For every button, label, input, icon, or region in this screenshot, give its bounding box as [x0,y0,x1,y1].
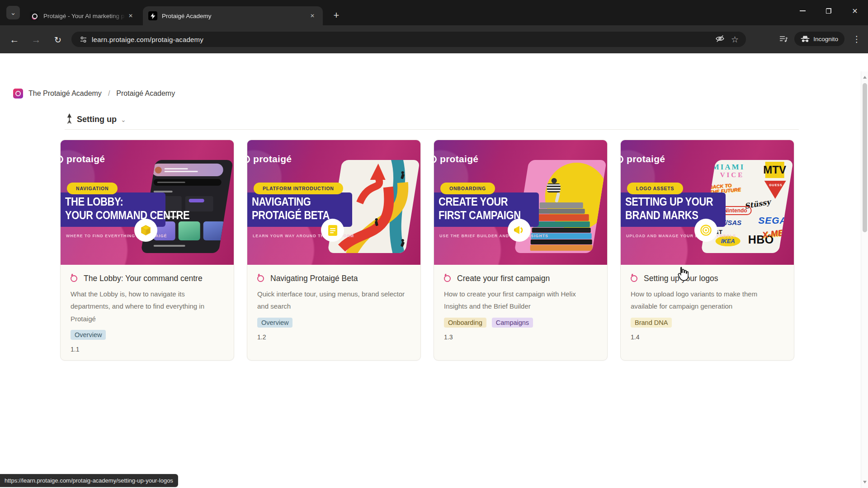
card-banner: protaigé ONBOARDING CREATE YOUR FIRST CA… [434,140,607,265]
tab-protaige-academy[interactable]: Protaigé Academy ✕ [143,6,323,25]
book-stripe [538,209,585,214]
tag-onboarding: Onboarding [444,318,486,328]
browser-toolbar: ← → ↻ learn.protaige.com/protaig-academy [0,25,868,53]
tag-brand-dna: Brand DNA [631,318,672,328]
section-divider [65,129,799,130]
banner-category-pill: PLATFORM INTRODUCTION [254,183,343,194]
page-scrollbar[interactable] [861,71,868,488]
browser-menu-icon[interactable]: ⋮ [851,34,863,44]
minimize-icon [800,10,806,11]
banner-brand-logo: protaigé [434,154,478,164]
reading-list-icon[interactable] [779,35,788,43]
reload-button[interactable]: ↻ [51,33,65,47]
card-title: Setting up your logos [644,274,718,283]
bookmark-star-icon[interactable]: ☆ [731,34,739,45]
breadcrumb-current-link[interactable]: Protaigé Academy [116,89,175,98]
link-status-bar: https://learn.protaige.com/protaig-acade… [0,474,178,487]
card-description: How to create your first campaign with H… [444,288,597,313]
incognito-badge[interactable]: Incognito [794,32,844,46]
section-header-setting-up[interactable]: Setting up ⌄ [66,113,126,125]
protaige-mark-icon [631,275,637,282]
tag-row: Overview [257,318,410,328]
megaphone-icon [513,225,525,236]
tab-close-icon[interactable]: ✕ [126,11,136,21]
lightning-favicon-icon [148,11,157,20]
url-text: learn.protaige.com/protaig-academy [92,36,715,43]
tracking-protection-eye-icon[interactable] [715,34,725,45]
protaige-ring-icon [434,155,437,163]
protaige-ring-icon [621,155,623,163]
protaige-ring-icon [247,155,250,163]
banner-title: SETTING UP YOUR BRAND MARKS [625,195,713,222]
protaige-mark-icon [257,275,264,282]
banner-badge-circle [508,219,531,242]
toolbar-right: Incognito ⋮ [779,32,863,46]
tab-search-chevron-icon[interactable]: ⌄ [6,6,20,19]
banner-badge-circle [694,219,717,242]
banner-subtitle: USE THE BRIEF BUILDER AND HELIX INSIGHTS [439,233,548,238]
protaige-mark-icon [444,275,451,282]
dart-icon [66,113,73,125]
banner-title: NAVIGATING PROTAIGÉ BETA [252,195,330,222]
section-title: Setting up [77,115,117,124]
scroll-down-arrow-icon[interactable] [863,481,867,483]
incognito-label: Incognito [813,36,838,42]
book-stripe [532,228,591,233]
course-card-navigating-beta[interactable]: protaigé PLATFORM INTRODUCTION NAVIGATIN… [247,140,421,361]
course-card-grid: protaigé NAVIGATION THE LOBBY: YOUR COMM… [60,140,794,361]
site-settings-icon[interactable] [80,36,87,43]
card-banner: protaigé LOGO ASSETS SETTING UP YOUR BRA… [621,140,794,265]
tag-campaigns: Campaigns [492,318,533,328]
window-restore-button[interactable] [816,0,842,22]
protaige-academy-logo-icon [13,89,23,99]
card-body: Navigating Protaigé Beta Quick interface… [247,265,420,341]
incognito-spy-icon [801,36,810,42]
browser-window: ⌄ Protaigé - Your AI marketing p ✕ Prota… [0,0,868,488]
x-men-logo: X-MEN [761,227,790,240]
window-controls: ✕ [789,0,868,22]
card-number: 1.3 [444,333,597,341]
window-close-button[interactable]: ✕ [842,0,868,22]
tab-close-icon[interactable]: ✕ [307,11,317,21]
concentric-rings-icon [700,224,712,236]
card-banner: protaigé NAVIGATION THE LOBBY: YOUR COMM… [61,140,234,265]
avatar [155,167,162,174]
banner-title: THE LOBBY: YOUR COMMAND CENTRE [65,195,189,222]
protaige-ring-icon [61,155,63,163]
card-number: 1.2 [257,333,410,341]
dashboard-topbar [152,164,223,176]
tag-overview: Overview [71,330,106,340]
sega-logo: SEGA [758,215,787,226]
banner-category-pill: NAVIGATION [67,183,118,194]
breadcrumb-root-link[interactable]: The Protaigé Academy [28,89,102,98]
card-body: Create your first campaign How to create… [434,265,607,341]
chevron-down-icon: ⌄ [121,116,126,123]
banner-badge-circle [134,219,157,242]
banner-badge-circle [321,219,344,242]
tab-title: Protaigé - Your AI marketing p [43,13,126,19]
guess-logo: GUESS [769,183,783,187]
tab-protaige-home[interactable]: Protaigé - Your AI marketing p ✕ [25,6,140,25]
forward-button[interactable]: → [29,33,43,47]
card-body: The Lobby: Your command centre What the … [61,265,234,353]
scroll-up-arrow-icon[interactable] [863,76,867,79]
breadcrumb: The Protaigé Academy / Protaigé Academy [13,89,175,99]
address-bar[interactable]: learn.protaige.com/protaig-academy ☆ [71,32,746,47]
card-description: What the Lobby is, how to navigate its d… [71,288,224,325]
back-button[interactable]: ← [7,33,22,47]
card-number: 1.4 [631,333,784,341]
course-card-first-campaign[interactable]: protaigé ONBOARDING CREATE YOUR FIRST CA… [434,140,608,361]
tab-title: Protaigé Academy [162,13,307,19]
card-banner: protaigé PLATFORM INTRODUCTION NAVIGATIN… [247,140,420,265]
window-minimize-button[interactable] [789,0,816,22]
card-title: The Lobby: Your command centre [84,274,203,283]
scrollbar-thumb[interactable] [863,83,867,232]
card-description: Quick interface tour, using menus, brand… [257,288,410,313]
new-tab-button[interactable]: + [329,8,344,23]
miami-vice-logo: MIAMI [712,164,745,171]
web-page: The Protaigé Academy / Protaigé Academy … [0,53,868,488]
person-illustration [552,178,557,183]
course-card-setting-up-logos[interactable]: protaigé LOGO ASSETS SETTING UP YOUR BRA… [620,140,794,361]
course-card-lobby[interactable]: protaigé NAVIGATION THE LOBBY: YOUR COMM… [60,140,234,361]
book-stack [530,202,593,251]
